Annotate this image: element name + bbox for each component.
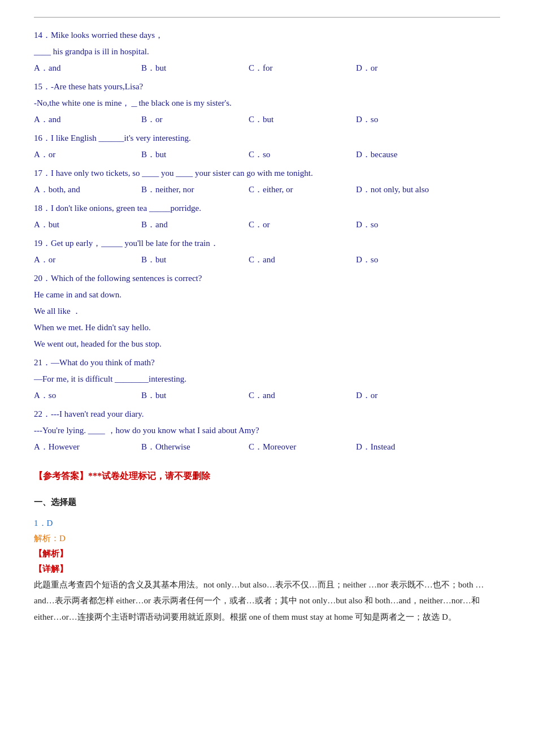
q17-option-b[interactable]: B．neither, nor [141, 182, 243, 197]
answer-label-1: 解析：D [34, 531, 500, 546]
questions-container: 14．Mike looks worried these days， ____ h… [34, 28, 500, 455]
q14-options: A．and B．but C．for D．or [34, 61, 500, 76]
question-20: 20．Which of the following sentences is c… [34, 271, 500, 352]
q22-option-c[interactable]: C．Moreover [249, 439, 350, 455]
q15-options: A．and B．or C．but D．so [34, 112, 500, 127]
q14-option-c[interactable]: C．for [249, 61, 350, 76]
q20-title: 20．Which of the following sentences is c… [34, 271, 500, 286]
q18-option-d[interactable]: D．so [356, 217, 458, 232]
q20-choice-b[interactable]: We all like ． [34, 304, 500, 319]
section-title: 一、选择题 [34, 495, 500, 510]
q18-options: A．but B．and C．or D．so [34, 217, 500, 232]
q17-option-a[interactable]: A．both, and [34, 182, 136, 197]
q14-option-d[interactable]: D．or [356, 61, 458, 76]
q15-option-a[interactable]: A．and [34, 112, 136, 127]
q20-choice-d[interactable]: We went out, headed for the bus stop. [34, 336, 500, 352]
q15-title: 15．-Are these hats yours,Lisa? [34, 79, 500, 94]
q16-title: 16．I like English ______it's very intere… [34, 131, 500, 146]
q22-title: 22．---I haven't read your diary. [34, 407, 500, 422]
question-17: 17．I have only two tickets, so ____ you … [34, 166, 500, 197]
q19-options: A．or B．but C．and D．so [34, 252, 500, 267]
q15-option-b[interactable]: B．or [141, 112, 243, 127]
answer-section: 【参考答案】***试卷处理标记，请不要删除 一、选择题 1．D 解析：D 【解析… [34, 468, 500, 625]
q21-subtitle: —For me, it is difficult ________interes… [34, 371, 500, 387]
q20-choice-a[interactable]: He came in and sat down. [34, 287, 500, 303]
bracket-jiexi: 【解析】 [34, 546, 500, 561]
q15-option-c[interactable]: C．but [249, 112, 350, 127]
q21-option-a[interactable]: A．so [34, 388, 136, 403]
question-14: 14．Mike looks worried these days， ____ h… [34, 28, 500, 76]
q20-choice-c[interactable]: When we met. He didn't say hello. [34, 320, 500, 335]
bracket-xiangjie: 【详解】 [34, 561, 500, 577]
q14-option-a[interactable]: A．and [34, 61, 136, 76]
top-divider [34, 17, 500, 18]
q21-option-c[interactable]: C．and [249, 388, 350, 403]
q15-subtitle: -No,the white one is mine，＿the black one… [34, 96, 500, 111]
question-21: 21．—What do you think of math? —For me, … [34, 355, 500, 403]
q17-option-d[interactable]: D．not only, but also [356, 182, 458, 197]
q18-title: 18．I don't like onions, green tea _____p… [34, 201, 500, 216]
question-19: 19．Get up early，_____ you'll be late for… [34, 236, 500, 267]
question-22: 22．---I haven't read your diary. ---You'… [34, 407, 500, 455]
q21-option-b[interactable]: B．but [141, 388, 243, 403]
q19-option-a[interactable]: A．or [34, 252, 136, 267]
question-18: 18．I don't like onions, green tea _____p… [34, 201, 500, 232]
q19-option-d[interactable]: D．so [356, 252, 458, 267]
q16-option-b[interactable]: B．but [141, 147, 243, 162]
q19-title: 19．Get up early，_____ you'll be late for… [34, 236, 500, 251]
q16-option-d[interactable]: D．because [356, 147, 458, 162]
q21-title: 21．—What do you think of math? [34, 355, 500, 370]
q14-subtitle: ____ his grandpa is ill in hospital. [34, 44, 500, 59]
q21-options: A．so B．but C．and D．or [34, 388, 500, 403]
q19-option-b[interactable]: B．but [141, 252, 243, 267]
q22-options: A．However B．Otherwise C．Moreover D．Inste… [34, 439, 500, 455]
q17-title: 17．I have only two tickets, so ____ you … [34, 166, 500, 181]
q17-option-c[interactable]: C．either, or [249, 182, 350, 197]
q22-option-d[interactable]: D．Instead [356, 439, 458, 455]
q15-option-d[interactable]: D．so [356, 112, 458, 127]
q16-option-a[interactable]: A．or [34, 147, 136, 162]
q17-options: A．both, and B．neither, nor C．either, or … [34, 182, 500, 197]
q14-title: 14．Mike looks worried these days， [34, 28, 500, 43]
q16-option-c[interactable]: C．so [249, 147, 350, 162]
q19-option-c[interactable]: C．and [249, 252, 350, 267]
q18-option-b[interactable]: B．and [141, 217, 243, 232]
answer-num-1: 1．D [34, 516, 500, 531]
q22-option-b[interactable]: B．Otherwise [141, 439, 243, 455]
question-16: 16．I like English ______it's very intere… [34, 131, 500, 162]
q18-option-c[interactable]: C．or [249, 217, 350, 232]
question-15: 15．-Are these hats yours,Lisa? -No,the w… [34, 79, 500, 127]
answer-item-1: 1．D 解析：D 【解析】 【详解】 此题重点考查四个短语的含义及其基本用法。n… [34, 516, 500, 625]
answer-detail-1: 此题重点考查四个短语的含义及其基本用法。not only…but also…表示… [34, 577, 500, 625]
q16-options: A．or B．but C．so D．because [34, 147, 500, 162]
q18-option-a[interactable]: A．but [34, 217, 136, 232]
q21-option-d[interactable]: D．or [356, 388, 458, 403]
q14-option-b[interactable]: B．but [141, 61, 243, 76]
q22-option-a[interactable]: A．However [34, 439, 136, 455]
q22-subtitle: ---You're lying. ____ ，how do you know w… [34, 423, 500, 438]
answer-header: 【参考答案】***试卷处理标记，请不要删除 [34, 468, 500, 485]
